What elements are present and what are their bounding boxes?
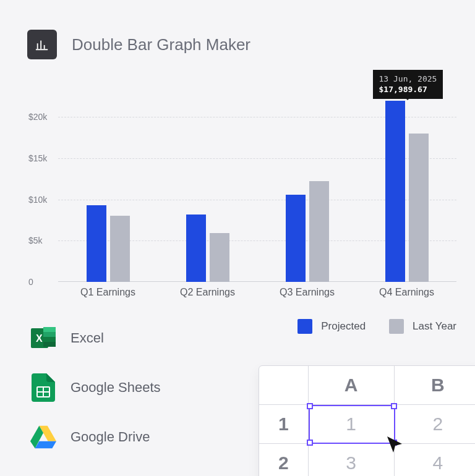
bar-projected-2[interactable] — [286, 195, 306, 282]
x-category-label: Q4 Earnings — [379, 287, 434, 298]
svg-rect-8 — [43, 342, 56, 347]
col-header-B[interactable]: B — [395, 366, 475, 405]
svg-rect-6 — [43, 332, 56, 337]
integration-excel[interactable]: XExcel — [30, 325, 161, 352]
integration-label: Google Sheets — [71, 380, 161, 396]
bar-last-year-0[interactable] — [110, 216, 130, 282]
svg-rect-5 — [43, 327, 56, 332]
tooltip-value: $17,989.67 — [379, 85, 427, 94]
excel-icon: X — [30, 325, 57, 352]
y-tick-label: 0 — [28, 277, 53, 287]
plot-area: 0$5k$10k$15k$20k — [58, 96, 456, 282]
svg-rect-7 — [43, 337, 56, 342]
x-axis-labels: Q1 EarningsQ2 EarningsQ3 EarningsQ4 Earn… — [58, 287, 456, 300]
legend-swatch — [297, 319, 312, 334]
integration-label: Google Drive — [71, 429, 150, 445]
y-tick-label: $5k — [28, 236, 53, 245]
cell-A1[interactable]: 1 — [309, 405, 395, 444]
col-header-A[interactable]: A — [309, 366, 395, 405]
svg-text:X: X — [36, 333, 43, 344]
bar-chart-icon — [27, 30, 57, 59]
legend-label: Projected — [321, 320, 366, 333]
y-tick-label: $10k — [28, 195, 53, 205]
bar-projected-0[interactable] — [87, 205, 106, 282]
bar-projected-3[interactable] — [385, 101, 405, 282]
header: Double Bar Graph Maker — [0, 0, 475, 67]
integration-gsheets[interactable]: Google Sheets — [30, 374, 161, 401]
bar-projected-1[interactable] — [186, 215, 206, 282]
tooltip-date: 13 Jun, 2025 — [379, 74, 437, 83]
integration-label: Excel — [71, 330, 104, 346]
bar-last-year-2[interactable] — [309, 181, 329, 282]
legend-item-last-year[interactable]: Last Year — [389, 319, 456, 334]
chart-tooltip: 13 Jun, 2025$17,989.67 — [373, 70, 443, 99]
x-category-label: Q2 Earnings — [180, 287, 235, 298]
x-category-label: Q3 Earnings — [280, 287, 335, 298]
cursor-icon — [386, 435, 404, 456]
cell-B1[interactable]: 2 — [395, 405, 475, 444]
gsheets-icon — [30, 374, 57, 401]
legend-swatch — [389, 319, 404, 334]
row-header-2[interactable]: 2 — [259, 444, 309, 476]
integrations-list: XExcelGoogle SheetsGoogle Drive — [30, 325, 161, 451]
integration-gdrive[interactable]: Google Drive — [30, 423, 161, 451]
double-bar-chart[interactable]: 0$5k$10k$15k$20k Q1 EarningsQ2 EarningsQ… — [27, 67, 463, 314]
legend-item-projected[interactable]: Projected — [297, 319, 366, 334]
y-tick-label: $20k — [28, 112, 53, 122]
page-title: Double Bar Graph Maker — [72, 35, 250, 54]
cell-A2[interactable]: 3 — [309, 444, 395, 476]
legend-label: Last Year — [413, 320, 456, 333]
row-header-1[interactable]: 1 — [259, 405, 309, 444]
bar-last-year-3[interactable] — [409, 134, 429, 282]
x-category-label: Q1 Earnings — [80, 287, 135, 298]
sheet-corner[interactable] — [259, 366, 309, 405]
spreadsheet-preview[interactable]: AB112234 — [259, 365, 475, 476]
gdrive-icon — [30, 423, 57, 451]
y-tick-label: $15k — [28, 153, 53, 163]
cell-B2[interactable]: 4 — [395, 444, 475, 476]
bar-last-year-1[interactable] — [210, 233, 229, 282]
